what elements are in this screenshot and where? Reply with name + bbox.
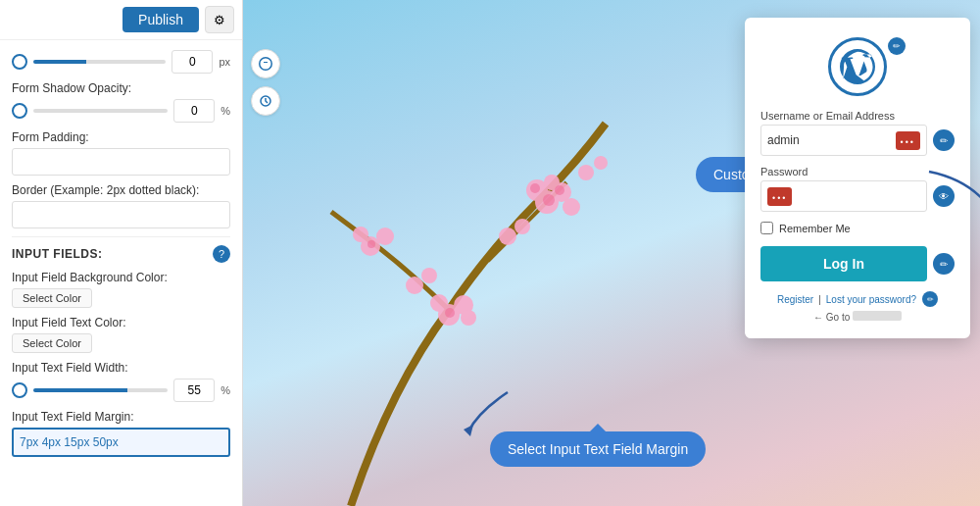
slider-input-2[interactable]: 0 (173, 99, 215, 123)
login-logo: ✏ (760, 37, 955, 96)
panel-icon-button-1[interactable] (251, 49, 280, 78)
svg-point-16 (406, 277, 423, 294)
pencil-icon-4: ✏ (927, 295, 934, 304)
login-button[interactable]: Log In (760, 246, 927, 281)
input-fields-title: INPUT FIELDS: (12, 247, 103, 261)
remember-me-checkbox[interactable] (760, 222, 773, 234)
svg-point-13 (514, 219, 530, 234)
bg-color-label: Input Field Background Color: (12, 271, 230, 284)
goto-site-name (853, 311, 902, 321)
width-slider-input[interactable]: 55 (173, 379, 215, 402)
gear-icon: ⚙ (214, 13, 225, 27)
slider-row-2: 0 % (12, 99, 230, 123)
remember-me-label: Remember Me (779, 223, 851, 234)
tooltip-select: Select Input Text Field Margin (490, 431, 706, 467)
svg-point-10 (376, 228, 394, 245)
width-label: Input Text Field Width: (12, 361, 230, 375)
reset-icon-1[interactable] (12, 54, 27, 70)
select-text-color-button[interactable]: Select Color (12, 333, 92, 353)
pencil-icon-2: ✏ (940, 135, 948, 146)
svg-point-15 (594, 156, 608, 170)
sidebar: Publish ⚙ 0 px Form Shadow Opacity: 0 % (0, 0, 243, 506)
help-icon-text: ? (219, 248, 224, 260)
input-fields-header: INPUT FIELDS: ? (12, 245, 230, 263)
username-value: admin (767, 133, 892, 147)
username-input-container: admin ••• (760, 125, 927, 156)
pencil-icon: ✏ (893, 41, 901, 51)
slider-row-1: 0 px (12, 50, 230, 74)
select-bg-color-button[interactable]: Select Color (12, 288, 92, 308)
svg-point-12 (499, 228, 516, 245)
wp-logo (828, 37, 887, 96)
goto-row: ← Go to (760, 311, 955, 323)
login-links: Register | Lost your password? ✏ (760, 291, 955, 307)
reset-icon-2[interactable] (12, 103, 27, 119)
username-edit-icon[interactable]: ✏ (933, 129, 955, 151)
margin-input[interactable]: 7px 4px 15px 50px (12, 428, 230, 457)
username-label: Username or Email Address (760, 110, 955, 122)
login-button-label: Log In (823, 256, 864, 272)
main-container: Publish ⚙ 0 px Form Shadow Opacity: 0 % (0, 0, 980, 506)
bg-color-row: Input Field Background Color: Select Col… (12, 271, 230, 308)
login-button-edit-icon[interactable]: ✏ (933, 253, 955, 275)
canvas-area: Customized Input Text Field Margin Selec… (243, 0, 980, 506)
settings-icon-button[interactable]: ⚙ (205, 6, 234, 33)
form-padding-label: Form Padding: (12, 130, 230, 144)
topbar: Publish ⚙ (0, 0, 242, 40)
svg-point-20 (530, 183, 540, 193)
svg-marker-25 (464, 425, 473, 436)
publish-button[interactable]: Publish (122, 7, 199, 32)
unit-label-1: px (219, 56, 230, 68)
svg-point-14 (578, 165, 594, 180)
unit-label-2: % (220, 105, 230, 117)
svg-point-11 (353, 227, 368, 242)
slider-track-2[interactable] (33, 109, 168, 113)
username-dots-button[interactable]: ••• (896, 131, 920, 150)
reset-icon-3[interactable] (12, 382, 27, 398)
canvas-panel-icons (251, 49, 280, 116)
panel-icon-button-2[interactable] (251, 86, 280, 116)
goto-label: ← Go to (813, 312, 850, 323)
text-color-label: Input Field Text Color: (12, 316, 230, 329)
border-label: Border (Example: 2px dotted black): (12, 183, 230, 197)
password-input-container: ••• (760, 180, 927, 212)
svg-point-19 (555, 185, 564, 195)
width-slider-row: 55 % (12, 379, 230, 402)
margin-label: Input Text Field Margin: (12, 410, 230, 424)
arrow-to-form (919, 162, 980, 240)
width-slider-track[interactable] (33, 388, 168, 392)
links-edit-icon[interactable]: ✏ (922, 291, 938, 307)
svg-point-22 (368, 240, 375, 248)
svg-point-18 (543, 194, 555, 206)
register-link[interactable]: Register (777, 294, 813, 305)
slider-input-1[interactable]: 0 (172, 50, 213, 74)
svg-point-17 (421, 268, 437, 283)
logo-edit-icon[interactable]: ✏ (888, 37, 906, 55)
text-color-row: Input Field Text Color: Select Color (12, 316, 230, 353)
svg-point-3 (563, 198, 580, 216)
password-dots-button[interactable]: ••• (767, 187, 792, 206)
password-dots-icon: ••• (772, 193, 787, 203)
arrow-to-sidebar (459, 382, 517, 441)
slider-track-1[interactable] (33, 60, 166, 64)
svg-point-21 (445, 308, 455, 318)
svg-point-7 (430, 294, 448, 312)
border-input[interactable] (12, 201, 230, 228)
tooltip-select-text: Select Input Text Field Margin (508, 441, 688, 457)
svg-point-8 (461, 310, 476, 326)
form-padding-input[interactable] (12, 148, 230, 176)
width-unit-label: % (220, 384, 230, 396)
sidebar-content: 0 px Form Shadow Opacity: 0 % Form Paddi… (0, 40, 242, 467)
separator: | (818, 294, 821, 305)
pencil-icon-3: ✏ (940, 259, 948, 270)
login-button-row: Log In ✏ (760, 246, 955, 281)
help-icon[interactable]: ? (213, 245, 230, 263)
shadow-opacity-label: Form Shadow Opacity: (12, 81, 230, 95)
dots-icon: ••• (901, 137, 915, 147)
username-field-row: admin ••• ✏ (760, 125, 955, 156)
lost-password-link[interactable]: Lost your password? (826, 294, 916, 305)
